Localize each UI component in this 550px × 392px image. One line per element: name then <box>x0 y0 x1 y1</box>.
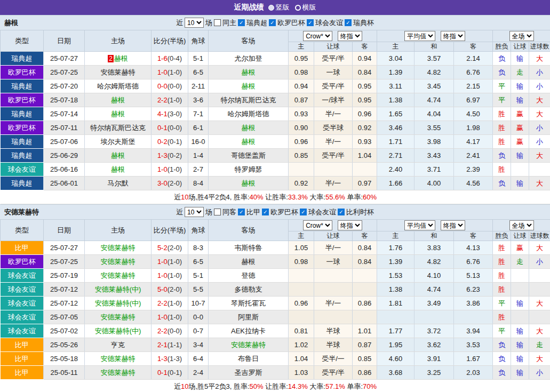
home-team-name[interactable]: 安德莱赫特(中) <box>95 285 141 293</box>
league-checkbox[interactable]: ✓ <box>238 19 245 26</box>
home-team[interactable]: 安德莱赫特 <box>85 366 152 380</box>
away-team[interactable]: 特罗姆瑟 <box>209 163 289 177</box>
away-team[interactable]: 赫根 <box>209 66 289 79</box>
final-odds-select-2[interactable]: 终指 <box>441 31 465 41</box>
away-team-name[interactable]: 琴斯托霍瓦 <box>231 299 266 307</box>
away-team-name[interactable]: 特尔纳瓦斯巴达克 <box>221 96 276 104</box>
away-team-name[interactable]: 韦斯特鲁 <box>235 244 262 252</box>
home-team-name[interactable]: 安德莱赫特 <box>101 355 135 363</box>
league-checkbox[interactable]: ✓ <box>307 19 314 26</box>
away-team[interactable]: 赫根 <box>209 79 289 93</box>
away-team-name[interactable]: 哥德堡盖斯 <box>231 151 266 159</box>
recent-count-select[interactable]: 10 <box>185 18 204 28</box>
league-checkbox[interactable]: ✓ <box>269 19 276 26</box>
home-team-name[interactable]: 亨克 <box>111 341 125 349</box>
home-team[interactable]: 马尔默 <box>85 177 152 190</box>
away-team-name[interactable]: 赫根 <box>242 82 256 90</box>
same-venue-checkbox[interactable] <box>214 19 221 26</box>
away-team[interactable]: 哥德堡盖斯 <box>209 149 289 163</box>
away-team-name[interactable]: 赫根 <box>242 124 256 132</box>
home-team-name[interactable]: 赫根 <box>111 151 125 159</box>
home-team-name[interactable]: 安德莱赫特(中) <box>95 299 141 307</box>
home-team[interactable]: 特尔纳瓦斯巴达克 <box>85 121 152 135</box>
home-team[interactable]: 安德莱赫特 <box>85 255 152 269</box>
away-team-name[interactable]: 阿里斯 <box>238 313 259 321</box>
league-checkbox[interactable]: ✓ <box>345 19 352 26</box>
away-team[interactable]: 赫根 <box>209 255 289 269</box>
radio-selected-icon[interactable] <box>268 5 274 11</box>
away-team[interactable]: 特尔纳瓦斯巴达克 <box>209 93 289 107</box>
away-team-name[interactable]: 特罗姆瑟 <box>235 165 262 173</box>
home-team-name[interactable]: 马尔默 <box>108 179 129 187</box>
home-team-name[interactable]: 哈尔姆斯塔德 <box>97 82 139 90</box>
odds-provider-select[interactable]: Crow* <box>303 220 332 230</box>
league-checkbox[interactable]: ✓ <box>300 209 307 215</box>
away-team-name[interactable]: 登德 <box>242 271 256 279</box>
home-team-name[interactable]: 安德莱赫特 <box>101 68 135 76</box>
away-team[interactable]: 尤尔加登 <box>209 52 289 66</box>
home-team[interactable]: 安德莱赫特(中) <box>85 283 152 297</box>
home-team[interactable]: 安德莱赫特 <box>85 310 152 324</box>
home-team[interactable]: 安德莱赫特 <box>85 269 152 283</box>
home-team[interactable]: 赫根 <box>85 149 152 163</box>
home-team[interactable]: 哈尔姆斯塔德 <box>85 79 152 93</box>
away-team-name[interactable]: AEK拉纳卡 <box>231 327 266 335</box>
same-venue-checkbox[interactable] <box>214 209 221 215</box>
home-team[interactable]: 安德莱赫特(中) <box>85 324 152 338</box>
radio-horizontal[interactable]: 横版 <box>295 3 316 12</box>
home-team-name[interactable]: 赫根 <box>111 96 125 104</box>
league-checkbox[interactable]: ✓ <box>338 209 345 215</box>
league-checkbox[interactable]: ✓ <box>262 209 269 215</box>
home-team[interactable]: 赫根 <box>85 163 152 177</box>
away-team[interactable]: 赫根 <box>209 177 289 190</box>
away-team[interactable]: 赫根 <box>209 121 289 135</box>
home-team[interactable]: 埃尔夫斯堡 <box>85 135 152 149</box>
final-odds-select[interactable]: 终指 <box>338 220 362 230</box>
away-team[interactable]: 登德 <box>209 269 289 283</box>
home-team-name[interactable]: 赫根 <box>114 54 128 62</box>
away-team[interactable]: 韦斯特鲁 <box>209 241 289 255</box>
away-team[interactable]: 多德勒支 <box>209 283 289 297</box>
home-team-name[interactable]: 埃尔夫斯堡 <box>101 138 135 146</box>
away-team[interactable]: 阿里斯 <box>209 310 289 324</box>
away-team[interactable]: 哈尔姆斯塔德 <box>209 107 289 121</box>
home-team-name[interactable]: 赫根 <box>111 165 125 173</box>
home-team-name[interactable]: 安德莱赫特(中) <box>95 327 141 335</box>
away-team[interactable]: AEK拉纳卡 <box>209 324 289 338</box>
home-team[interactable]: 赫根 <box>85 107 152 121</box>
away-team-name[interactable]: 赫根 <box>242 68 256 76</box>
radio-unselected-icon[interactable] <box>295 5 301 11</box>
home-team-name[interactable]: 特尔纳瓦斯巴达克 <box>90 124 146 132</box>
home-team-name[interactable]: 赫根 <box>111 110 125 118</box>
away-team-name[interactable]: 赫根 <box>242 138 256 146</box>
away-team-name[interactable]: 安德莱赫特 <box>231 341 266 349</box>
away-team-name[interactable]: 赫根 <box>242 258 256 266</box>
home-team-name[interactable]: 安德莱赫特 <box>101 313 135 321</box>
home-team[interactable]: 安德莱赫特 <box>85 352 152 366</box>
away-team[interactable]: 赫根 <box>209 135 289 149</box>
recent-count-select[interactable]: 10 <box>185 207 204 217</box>
away-team[interactable]: 布鲁日 <box>209 352 289 366</box>
average-select[interactable]: 平均值 <box>404 220 435 230</box>
away-team[interactable]: 琴斯托霍瓦 <box>209 297 289 310</box>
home-team[interactable]: 安德莱赫特 <box>85 66 152 79</box>
away-team-name[interactable]: 布鲁日 <box>238 355 259 363</box>
away-team-name[interactable]: 多德勒支 <box>235 285 262 293</box>
final-odds-select[interactable]: 终指 <box>338 31 362 41</box>
home-team-name[interactable]: 安德莱赫特 <box>101 244 135 252</box>
fulltime-select[interactable]: 全场 <box>509 31 534 41</box>
home-team[interactable]: 亨克 <box>85 338 152 352</box>
away-team-name[interactable]: 尤尔加登 <box>235 54 262 62</box>
away-team-name[interactable]: 圣吉罗斯 <box>235 369 262 377</box>
away-team-name[interactable]: 哈尔姆斯塔德 <box>228 110 269 118</box>
fulltime-select[interactable]: 全场 <box>509 220 534 230</box>
league-checkbox[interactable]: ✓ <box>238 209 245 215</box>
away-team[interactable]: 圣吉罗斯 <box>209 366 289 380</box>
odds-provider-select[interactable]: Crow* <box>303 31 332 41</box>
away-team-name[interactable]: 赫根 <box>242 179 256 187</box>
home-team[interactable]: 安德莱赫特 <box>85 241 152 255</box>
final-odds-select-2[interactable]: 终指 <box>441 220 465 230</box>
home-team[interactable]: 2赫根 <box>85 52 152 66</box>
average-select[interactable]: 平均值 <box>404 31 435 41</box>
away-team[interactable]: 安德莱赫特 <box>209 338 289 352</box>
